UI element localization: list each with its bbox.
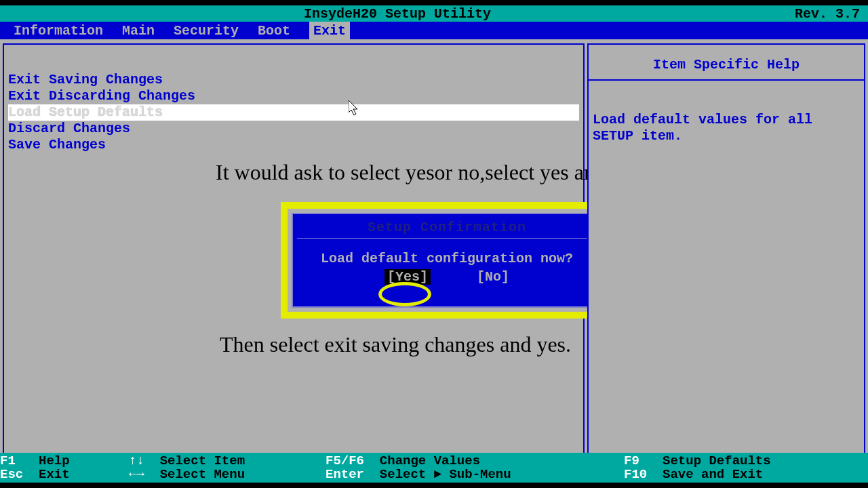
footer-label-select-item: Select Item	[160, 453, 245, 468]
help-panel-title: Item Specific Help	[589, 45, 864, 81]
menu-bar: Information Main Security Boot Exit	[0, 22, 868, 39]
menu-item-exit-saving[interactable]: Exit Saving Changes	[8, 72, 579, 88]
footer-label-change-values: Change Values	[380, 453, 480, 468]
footer-label-select-submenu: Select ► Sub-Menu	[380, 467, 511, 482]
footer-key-f5f6: F5/F6	[326, 453, 364, 468]
footer-label-save-exit: Save and Exit	[663, 467, 763, 482]
menu-item-discard-changes[interactable]: Discard Changes	[8, 121, 579, 137]
footer-key-updown: ↑↓	[129, 453, 144, 468]
tab-boot[interactable]: Boot	[258, 23, 290, 39]
exit-menu-list: Exit Saving Changes Exit Discarding Chan…	[4, 45, 583, 153]
footer-key-enter: Enter	[326, 467, 364, 482]
dialog-highlight-box: Setup Confirmation Load default configur…	[281, 202, 613, 319]
title-bar: InsydeH20 Setup Utility Rev. 3.7	[0, 5, 868, 22]
dialog-yes-button[interactable]: [Yes]	[384, 269, 431, 285]
menu-item-save-changes[interactable]: Save Changes	[8, 137, 579, 153]
footer-help-bar: F1 Help ↑↓ Select Item F5/F6 Change Valu…	[0, 453, 868, 483]
footer-key-leftright: ←→	[129, 467, 144, 482]
dialog-title: Setup Confirmation	[293, 214, 601, 238]
footer-label-select-menu: Select Menu	[160, 467, 245, 482]
letterbox-bottom	[0, 483, 868, 488]
tab-exit[interactable]: Exit	[309, 22, 350, 40]
footer-key-f1: F1	[0, 453, 16, 468]
tab-security[interactable]: Security	[174, 23, 239, 39]
main-panel: Exit Saving Changes Exit Discarding Chan…	[3, 43, 585, 454]
footer-label-exit: Exit	[39, 467, 70, 482]
confirmation-dialog: Setup Confirmation Load default configur…	[292, 213, 602, 308]
help-panel-body: Load default values for all SETUP item.	[589, 81, 864, 144]
tab-information[interactable]: Information	[14, 23, 103, 39]
work-area: Exit Saving Changes Exit Discarding Chan…	[0, 39, 868, 458]
dialog-no-button[interactable]: [No]	[477, 269, 509, 285]
footer-key-f9: F9	[624, 453, 639, 468]
letterbox-top	[0, 0, 868, 5]
footer-label-help: Help	[39, 453, 70, 468]
dialog-buttons: [Yes] [No]	[293, 269, 601, 290]
tab-main[interactable]: Main	[122, 23, 155, 39]
menu-item-exit-discarding[interactable]: Exit Discarding Changes	[8, 88, 579, 104]
help-panel: Item Specific Help Load default values f…	[587, 43, 865, 454]
footer-key-f10: F10	[624, 467, 647, 482]
dialog-question: Load default configuration now?	[293, 239, 601, 269]
footer-label-setup-defaults: Setup Defaults	[663, 453, 771, 468]
menu-item-load-defaults[interactable]: Load Setup Defaults	[8, 104, 579, 121]
footer-key-esc: Esc	[0, 467, 23, 482]
app-title: InsydeH20 Setup Utility	[0, 6, 795, 22]
revision-label: Rev. 3.7	[795, 6, 868, 22]
